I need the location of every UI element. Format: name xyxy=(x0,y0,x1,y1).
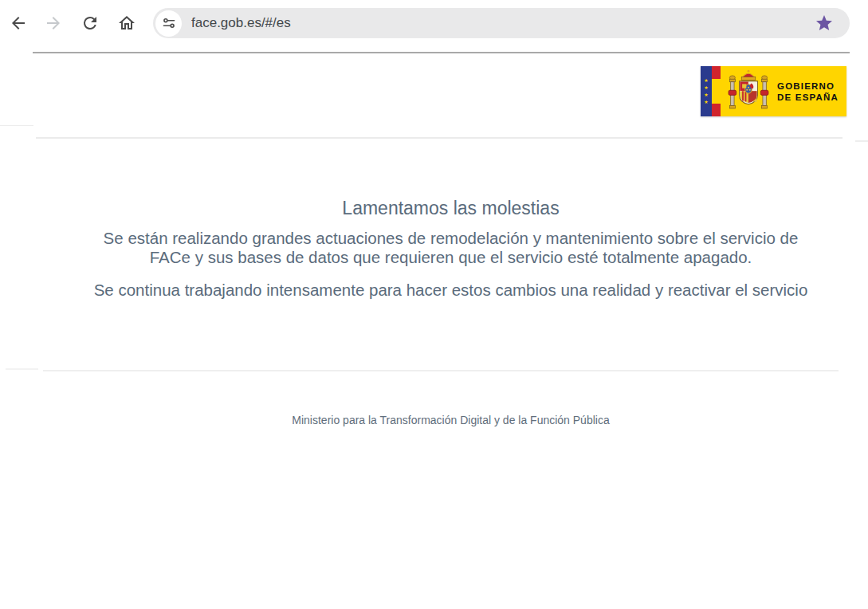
government-logo-text: GOBIERNO DE ESPAÑA xyxy=(777,81,839,103)
page-title: Lamentamos las molestias xyxy=(33,197,868,219)
government-logo-line2: DE ESPAÑA xyxy=(777,92,839,103)
site-settings-tune-icon xyxy=(162,16,176,30)
eu-flag-band: ★★★★ xyxy=(701,66,712,116)
back-arrow-icon xyxy=(9,14,28,33)
address-bar[interactable]: face.gob.es/#/es xyxy=(153,8,850,38)
spain-coat-of-arms-icon xyxy=(727,69,770,114)
reload-icon xyxy=(81,14,100,33)
footer-divider-left-fragment xyxy=(6,368,38,370)
url-text[interactable]: face.gob.es/#/es xyxy=(191,15,815,31)
reload-button[interactable] xyxy=(81,14,100,33)
browser-toolbar: face.gob.es/#/es xyxy=(0,0,868,45)
site-settings-button[interactable] xyxy=(155,10,182,37)
government-of-spain-logo[interactable]: ★★★★ xyxy=(701,66,846,116)
maintenance-message-2: Se continua trabajando intensamente para… xyxy=(33,281,868,300)
forward-button[interactable] xyxy=(44,14,63,33)
government-logo-line1: GOBIERNO xyxy=(777,81,839,92)
back-button[interactable] xyxy=(9,14,28,33)
bookmark-star-button[interactable] xyxy=(815,14,834,33)
spain-flag-band xyxy=(712,66,721,116)
header-divider-left-fragment xyxy=(0,125,33,126)
maintenance-message-1: Se están realizando grandes actuaciones … xyxy=(33,229,868,266)
header-divider-right-fragment xyxy=(855,140,868,142)
maintenance-message-1-line1: Se están realizando grandes actuaciones … xyxy=(33,229,868,248)
browser-window: face.gob.es/#/es ★★★★ xyxy=(0,0,868,609)
header-divider xyxy=(36,137,842,139)
toolbar-bottom-border xyxy=(33,52,850,53)
home-icon xyxy=(117,14,136,33)
maintenance-message-1-line2: FACe y sus bases de datos que requieren … xyxy=(33,248,868,267)
footer-divider xyxy=(43,370,839,371)
home-button[interactable] xyxy=(117,14,136,33)
forward-arrow-icon xyxy=(44,14,63,33)
bookmark-star-icon xyxy=(815,14,834,33)
footer-ministry-text: Ministerio para la Transformación Digita… xyxy=(33,414,868,426)
